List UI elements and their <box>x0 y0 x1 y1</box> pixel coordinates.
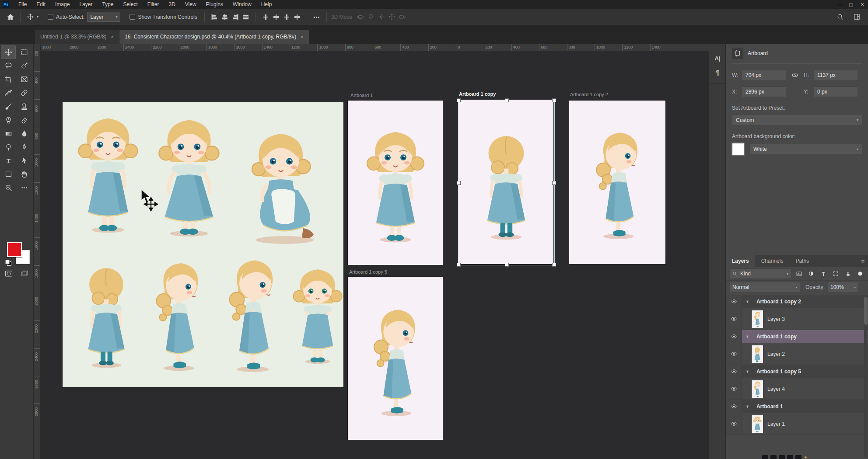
distribute-left-button[interactable] <box>281 12 292 22</box>
artboard-1-copy-label[interactable]: Artboard 1 copy <box>459 91 496 97</box>
auto-select-checkbox[interactable] <box>48 14 53 20</box>
path-select-tool[interactable] <box>17 154 32 167</box>
menu-item[interactable]: Image <box>50 1 74 7</box>
layer-thumbnail[interactable] <box>752 415 763 433</box>
blur-tool[interactable] <box>17 127 32 140</box>
align-middle-button[interactable] <box>241 12 251 22</box>
default-colors-icon[interactable] <box>5 260 11 265</box>
distribute-horizontal-button[interactable] <box>292 12 302 22</box>
menu-item[interactable]: Type <box>97 1 118 7</box>
opacity-field[interactable]: 100%▾ <box>827 282 859 292</box>
gradient-tool[interactable] <box>1 127 16 140</box>
align-left-button[interactable] <box>209 12 220 22</box>
layer-row[interactable]: ▼ Layer 2 <box>726 343 868 365</box>
artboard-1-label[interactable]: Artboard 1 <box>350 93 373 98</box>
menu-item[interactable]: Edit <box>32 1 50 7</box>
layer-thumbnail[interactable] <box>752 380 763 398</box>
visibility-eye-icon[interactable] <box>726 378 742 400</box>
link-dimensions-icon[interactable] <box>786 71 804 79</box>
menu-item[interactable]: Window <box>228 1 256 7</box>
menu-item[interactable]: File <box>14 1 32 7</box>
tab-paths[interactable]: Paths <box>789 255 815 267</box>
artboard-1-copy[interactable] <box>458 100 553 264</box>
align-center-button[interactable] <box>220 12 230 22</box>
workspace-switcher-icon[interactable] <box>851 12 862 22</box>
visibility-eye-icon[interactable] <box>726 413 742 435</box>
filter-shape-layers-icon[interactable] <box>831 269 840 278</box>
artboard-1-copy-2-label[interactable]: Artboard 1 copy 2 <box>570 92 608 97</box>
move-tool[interactable] <box>1 45 16 59</box>
marquee-tool[interactable] <box>17 45 32 59</box>
type-tool[interactable] <box>1 154 16 167</box>
dodge-tool[interactable] <box>1 140 16 154</box>
visibility-eye-icon[interactable] <box>726 308 742 330</box>
healing-tool[interactable] <box>17 86 32 100</box>
history-brush-tool[interactable] <box>1 113 16 127</box>
frame-tool[interactable] <box>17 73 32 86</box>
artboard-bg-color-swatch[interactable] <box>732 143 744 155</box>
layer-name[interactable]: Layer 2 <box>767 351 785 357</box>
x-field[interactable]: 2896 px <box>742 87 786 97</box>
chevron-down-icon[interactable]: ▼ <box>746 369 749 374</box>
menu-item[interactable]: Filter <box>143 1 164 7</box>
layer-row[interactable]: ▼ Artboard 1 copy 5 <box>726 365 868 378</box>
align-right-button[interactable] <box>230 12 241 22</box>
layer-name[interactable]: Layer 4 <box>767 386 785 392</box>
panel-menu-icon[interactable]: ≡ <box>861 258 865 264</box>
layer-row[interactable]: ▼ Layer 4 <box>726 378 868 400</box>
horizontal-ruler[interactable]: 3000280026002400220020001800160014001200… <box>40 44 709 51</box>
artboard-1-copy-5[interactable] <box>348 277 443 440</box>
menu-item[interactable]: Help <box>256 1 277 7</box>
quick-select-tool[interactable] <box>17 59 32 73</box>
menu-item[interactable]: Layer <box>74 1 97 7</box>
artboard-large[interactable] <box>63 102 343 387</box>
visibility-eye-icon[interactable] <box>726 365 742 378</box>
filter-pixel-layers-icon[interactable] <box>794 269 804 278</box>
visibility-eye-icon[interactable] <box>726 330 742 343</box>
visibility-eye-icon[interactable] <box>726 343 742 365</box>
tab-close-icon[interactable]: × <box>111 34 114 39</box>
artboard-bg-color-dropdown[interactable]: White▾ <box>749 144 862 155</box>
eraser-tool[interactable] <box>17 113 32 127</box>
pen-tool[interactable] <box>17 140 32 154</box>
layer-row[interactable]: ▼ Artboard 1 copy <box>726 330 868 343</box>
lasso-tool[interactable] <box>1 59 16 73</box>
layer-row[interactable]: ▼ Artboard 1 copy 2 <box>726 295 868 308</box>
crop-tool[interactable] <box>1 73 16 86</box>
search-icon[interactable] <box>835 12 845 22</box>
chevron-down-icon[interactable]: ▼ <box>746 299 749 304</box>
tab-close-icon[interactable]: × <box>301 34 303 39</box>
width-field[interactable]: 704 px <box>742 70 786 80</box>
canvas[interactable]: Artboard 1 Artboard 1 copy Artboard 1 co… <box>40 51 709 459</box>
filter-toggle-icon[interactable] <box>855 269 865 278</box>
artboard-preset-dropdown[interactable]: Custom▾ <box>732 115 862 125</box>
visibility-eye-icon[interactable] <box>726 295 742 308</box>
layer-name[interactable]: Artboard 1 copy 2 <box>756 299 801 305</box>
blend-mode-dropdown[interactable]: Normal▾ <box>729 282 800 292</box>
tab-layers[interactable]: Layers <box>726 255 755 267</box>
zoom-tool[interactable] <box>1 181 16 195</box>
close-button[interactable]: ✕ <box>857 0 868 9</box>
document-tab-character-design[interactable]: 16- Consistent Character design.psd @ 40… <box>119 30 309 44</box>
chevron-down-icon[interactable]: ▼ <box>746 334 749 339</box>
layer-row[interactable]: ▼ Artboard 1 <box>726 400 868 413</box>
layer-row[interactable]: ▼ Layer 1 <box>726 413 868 435</box>
clone-stamp-tool[interactable] <box>17 100 32 113</box>
eyedropper-tool[interactable] <box>1 86 16 100</box>
menu-item[interactable]: View <box>180 1 201 7</box>
layer-name[interactable]: Layer 1 <box>767 421 785 427</box>
home-button[interactable] <box>5 12 16 22</box>
layer-name[interactable]: Layer 3 <box>767 316 785 322</box>
menu-item[interactable]: 3D <box>164 1 180 7</box>
filter-smart-objects-icon[interactable] <box>843 269 853 278</box>
visibility-eye-icon[interactable] <box>726 400 742 413</box>
move-tool-preset-icon[interactable] <box>25 12 35 22</box>
document-tab-untitled[interactable]: Untitled-1 @ 33.3% (RGB/8) × <box>35 30 119 44</box>
layer-name[interactable]: Artboard 1 <box>756 403 783 410</box>
filter-type-layers-icon[interactable]: T <box>819 269 828 278</box>
y-field[interactable]: 0 px <box>813 87 858 97</box>
artboard-1-copy-2[interactable] <box>569 101 665 264</box>
layers-scrollbar-thumb[interactable] <box>864 297 868 325</box>
foreground-color-swatch[interactable] <box>7 242 22 257</box>
quick-mask-icon[interactable] <box>4 269 14 278</box>
